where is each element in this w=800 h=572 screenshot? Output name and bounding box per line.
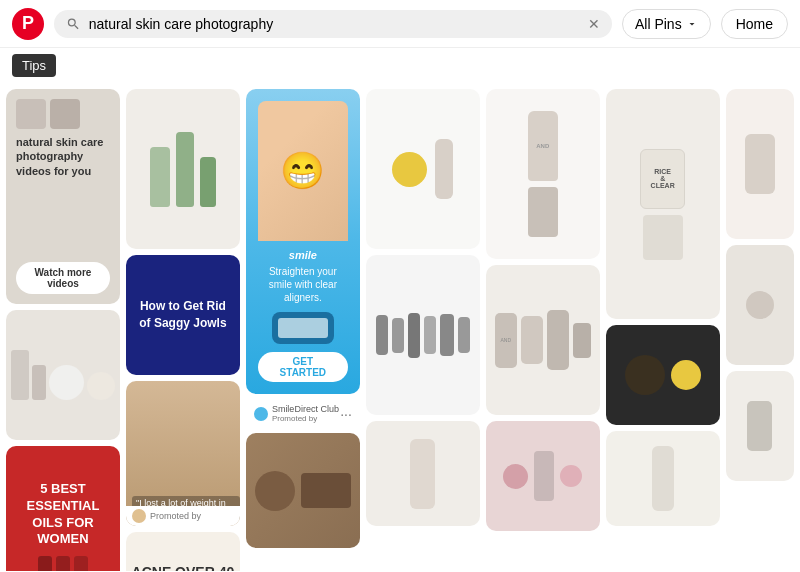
pin-card-and-line-1[interactable]: AND xyxy=(486,89,600,259)
pin-options-button[interactable]: ··· xyxy=(340,406,352,422)
jowls-text: How to Get Rid of Saggy Jowls xyxy=(136,298,230,332)
smile-subtext: Straighten your smile with clear aligner… xyxy=(258,265,348,304)
chevron-down-icon xyxy=(686,18,698,30)
grid-column-3: 😁 smile Straighten your smile with clear… xyxy=(246,89,360,565)
pin-card-light-product-bottom[interactable] xyxy=(606,431,720,526)
acne-over-40-text: ACNE OVER 40 xyxy=(132,564,235,571)
pin-card-acne-over-40[interactable]: ACNE OVER 40 xyxy=(126,532,240,571)
pin-card-smile-ad[interactable]: 😁 smile Straighten your smile with clear… xyxy=(246,89,360,394)
search-input[interactable] xyxy=(89,16,580,32)
smile-promoted-bar: SmileDirect Club Promoted by ··· xyxy=(246,400,360,427)
pin-card-product-yellow[interactable] xyxy=(366,89,480,249)
pin-card-essential-oils[interactable]: 5 BEST ESSENTIAL OILS FOR WOMEN xyxy=(6,446,120,571)
grid-column-1: natural skin care photography videos for… xyxy=(6,89,120,565)
pin-card-product-tube[interactable] xyxy=(366,421,480,526)
grid-column-4 xyxy=(366,89,480,565)
search-clear-button[interactable]: ✕ xyxy=(588,16,600,32)
pin-card-blonde-woman[interactable]: "I lost a lot of weight in my Promoted b… xyxy=(126,381,240,526)
pinterest-logo[interactable]: P xyxy=(12,8,44,40)
watch-more-button[interactable]: Watch more videos xyxy=(16,262,110,294)
tips-bar: Tips xyxy=(0,48,800,83)
pin-card-partial-2[interactable] xyxy=(726,245,794,365)
grid-column-2: How to Get Rid of Saggy Jowls "I lost a … xyxy=(126,89,240,565)
get-started-button[interactable]: GET STARTED xyxy=(258,352,348,382)
search-bar: ✕ xyxy=(54,10,612,38)
all-pins-dropdown[interactable]: All Pins xyxy=(622,9,711,39)
essential-oils-text: 5 BEST ESSENTIAL OILS FOR WOMEN xyxy=(16,481,110,549)
pin-card-rice-clear[interactable]: RICE&CLEAR xyxy=(606,89,720,319)
search-icon xyxy=(66,16,81,32)
smile-headline: smile xyxy=(289,249,317,261)
promoted-label-smile: Promoted by xyxy=(272,414,339,423)
pin-card-jowls[interactable]: How to Get Rid of Saggy Jowls xyxy=(126,255,240,375)
grid-column-6: RICE&CLEAR xyxy=(606,89,720,565)
pin-card-products-scatter[interactable] xyxy=(366,255,480,415)
pin-card-dark-product[interactable] xyxy=(606,325,720,425)
header: P ✕ All Pins Home xyxy=(0,0,800,48)
pin-card-and-line-2[interactable]: AND xyxy=(486,265,600,415)
pin-card-cotton[interactable] xyxy=(6,310,120,440)
promoted-by-text: SmileDirect Club xyxy=(272,404,339,414)
tips-badge[interactable]: Tips xyxy=(12,54,56,77)
pin-card-video[interactable]: natural skin care photography videos for… xyxy=(6,89,120,304)
pin-card-pink-flowers[interactable] xyxy=(486,421,600,531)
grid-column-5: AND AND xyxy=(486,89,600,565)
video-card-title: natural skin care photography videos for… xyxy=(16,135,110,178)
pin-card-partial-1[interactable] xyxy=(726,89,794,239)
promoted-by-label-2: Promoted by xyxy=(150,511,201,521)
pin-card-skincare-bottles[interactable] xyxy=(126,89,240,249)
pin-card-soap[interactable] xyxy=(246,433,360,548)
grid-column-7 xyxy=(726,89,794,565)
pin-card-partial-3[interactable] xyxy=(726,371,794,481)
home-button[interactable]: Home xyxy=(721,9,788,39)
pin-grid: natural skin care photography videos for… xyxy=(0,83,800,571)
